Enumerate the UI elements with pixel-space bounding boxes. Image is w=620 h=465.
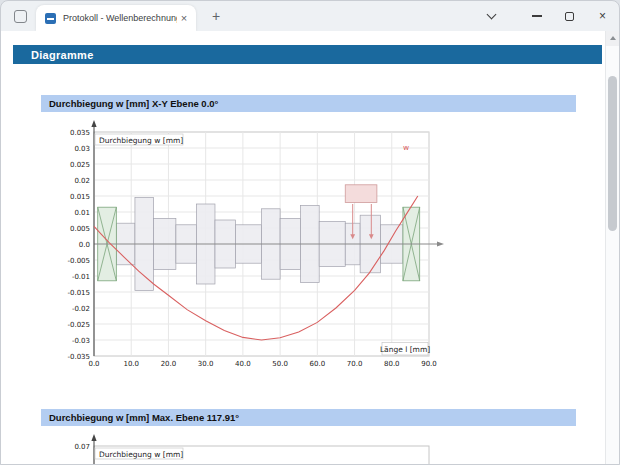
browser-menu-button[interactable]: [475, 1, 508, 31]
tab-list-icon[interactable]: [14, 10, 27, 23]
window-controls: ×: [475, 1, 619, 31]
svg-text:60.0: 60.0: [310, 360, 326, 368]
svg-text:0.025: 0.025: [70, 161, 90, 169]
svg-text:-0.01: -0.01: [72, 273, 90, 281]
svg-text:40.0: 40.0: [235, 360, 251, 368]
page-title: Diagramme: [13, 45, 602, 64]
scrollbar-up-icon[interactable]: [606, 31, 619, 46]
tab-favicon-icon: [45, 13, 56, 24]
svg-text:0.035: 0.035: [70, 129, 90, 137]
minimize-button[interactable]: [520, 1, 553, 31]
svg-text:0.02: 0.02: [74, 177, 90, 185]
vertical-scrollbar[interactable]: [605, 31, 619, 464]
svg-text:0.01: 0.01: [74, 209, 90, 217]
svg-text:Länge l [mm]: Länge l [mm]: [380, 345, 430, 354]
svg-text:70.0: 70.0: [347, 360, 363, 368]
svg-text:-0.035: -0.035: [67, 353, 90, 361]
svg-text:-0.03: -0.03: [72, 337, 90, 345]
svg-text:Durchbiegung w [mm]: Durchbiegung w [mm]: [99, 136, 183, 145]
svg-text:0.005: 0.005: [70, 225, 90, 233]
section-title-max: Durchbiegung w [mm] Max. Ebene 117.91°: [41, 409, 576, 426]
svg-text:80.0: 80.0: [384, 360, 400, 368]
svg-text:-0.025: -0.025: [67, 321, 90, 329]
minimize-icon: [532, 15, 542, 16]
section-title-xy: Durchbiegung w [mm] X-Y Ebene 0.0°: [41, 95, 576, 112]
window-close-button[interactable]: ×: [586, 1, 619, 31]
svg-text:20.0: 20.0: [161, 360, 177, 368]
browser-window: Protokoll - Wellenberechnung × + × Diagr…: [0, 0, 620, 465]
svg-text:0.0: 0.0: [79, 241, 90, 249]
tab-bar: Protokoll - Wellenberechnung × + ×: [1, 1, 619, 31]
svg-text:90.0: 90.0: [421, 360, 437, 368]
svg-text:-0.015: -0.015: [67, 289, 90, 297]
chart-section-max: Durchbiegung w [mm] Max. Ebene 117.91° 0…: [41, 409, 576, 464]
tab-close-icon[interactable]: ×: [177, 12, 191, 24]
maximize-icon: [565, 12, 574, 21]
svg-text:0.07: 0.07: [74, 443, 90, 451]
svg-text:0.015: 0.015: [70, 193, 90, 201]
report-page: Diagramme Durchbiegung w [mm] X-Y Ebene …: [1, 31, 619, 464]
maximize-button[interactable]: [553, 1, 586, 31]
chevron-down-icon: [487, 9, 497, 19]
deflection-chart-xy: 0.0350.030.0250.020.0150.010.0050.0-0.00…: [46, 119, 446, 376]
scrollbar-thumb[interactable]: [608, 76, 617, 231]
new-tab-button[interactable]: +: [207, 8, 225, 24]
deflection-chart-max: 0.07Durchbiegung w [mm]Länge l [mm]: [46, 433, 446, 464]
svg-text:30.0: 30.0: [198, 360, 214, 368]
svg-text:0.03: 0.03: [74, 145, 90, 153]
svg-text:-0.005: -0.005: [67, 257, 90, 265]
tab-title: Protokoll - Wellenberechnung: [63, 13, 177, 23]
svg-text:Durchbiegung w [mm]: Durchbiegung w [mm]: [99, 450, 183, 459]
browser-tab[interactable]: Protokoll - Wellenberechnung ×: [36, 5, 196, 31]
svg-text:-0.02: -0.02: [72, 305, 90, 313]
svg-text:0.0: 0.0: [88, 360, 99, 368]
svg-text:10.0: 10.0: [123, 360, 139, 368]
svg-text:w: w: [403, 143, 409, 152]
svg-text:50.0: 50.0: [272, 360, 288, 368]
chart-section-xy: Durchbiegung w [mm] X-Y Ebene 0.0° 0.035…: [41, 95, 576, 376]
